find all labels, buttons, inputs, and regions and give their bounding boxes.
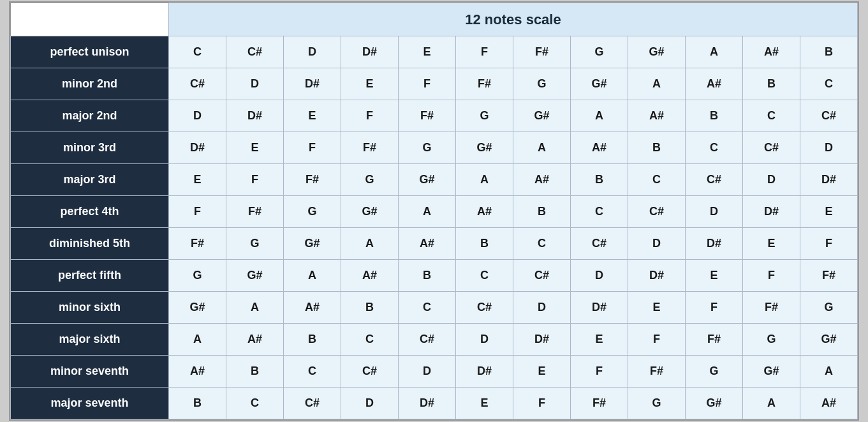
- note-cell: E: [341, 68, 399, 100]
- note-cell: D: [743, 164, 800, 196]
- note-cell: F#: [686, 324, 743, 356]
- table-body: perfect unisonCC#DD#EFF#GG#AA#Bminor 2nd…: [11, 36, 858, 419]
- note-cell: F#: [399, 100, 456, 132]
- note-cell: G#: [226, 260, 284, 292]
- note-cell: F: [571, 356, 628, 388]
- note-cell: F#: [628, 356, 686, 388]
- note-cell: F: [341, 100, 399, 132]
- note-cell: A: [800, 356, 858, 388]
- note-cell: D: [399, 356, 456, 388]
- note-cell: F: [743, 260, 800, 292]
- note-cell: F: [800, 228, 858, 260]
- note-cell: A#: [628, 100, 686, 132]
- interval-label: minor 2nd: [11, 68, 169, 100]
- note-cell: D#: [513, 324, 571, 356]
- note-cell: E: [628, 292, 686, 324]
- table-row: minor 2ndC#DD#EFF#GG#AA#BC: [11, 68, 858, 100]
- interval-label: major 2nd: [11, 100, 169, 132]
- note-cell: C: [341, 324, 399, 356]
- note-cell: E: [456, 388, 513, 419]
- note-cell: A#: [456, 196, 513, 228]
- note-cell: A#: [800, 388, 858, 419]
- table-row: perfect 4thFF#GG#AA#BCC#DD#E: [11, 196, 858, 228]
- note-cell: F#: [743, 292, 800, 324]
- note-cell: E: [226, 132, 284, 164]
- note-cell: C: [628, 164, 686, 196]
- note-cell: D: [686, 196, 743, 228]
- note-cell: F#: [226, 196, 284, 228]
- note-cell: G: [743, 324, 800, 356]
- note-cell: A: [743, 388, 800, 419]
- note-cell: E: [800, 196, 858, 228]
- note-cell: G: [399, 132, 456, 164]
- note-cell: D#: [628, 260, 686, 292]
- note-cell: D: [226, 68, 284, 100]
- note-cell: D#: [456, 356, 513, 388]
- note-cell: D#: [341, 36, 399, 68]
- note-cell: G: [456, 100, 513, 132]
- note-cell: A: [169, 324, 226, 356]
- note-cell: F#: [513, 36, 571, 68]
- interval-label: minor seventh: [11, 356, 169, 388]
- note-cell: D#: [169, 132, 226, 164]
- note-cell: A#: [743, 36, 800, 68]
- table-row: perfect fifthGG#AA#BCC#DD#EFF#: [11, 260, 858, 292]
- table-row: minor seventhA#BCC#DD#EFF#GG#A: [11, 356, 858, 388]
- note-cell: F: [456, 36, 513, 68]
- note-cell: C: [226, 388, 284, 419]
- note-cell: C#: [686, 164, 743, 196]
- note-cell: G: [571, 36, 628, 68]
- note-cell: E: [686, 260, 743, 292]
- note-cell: G: [800, 292, 858, 324]
- table-title: 12 notes scale: [169, 3, 858, 36]
- note-cell: D: [169, 100, 226, 132]
- note-cell: G#: [169, 292, 226, 324]
- interval-label: minor 3rd: [11, 132, 169, 164]
- note-cell: A#: [686, 68, 743, 100]
- note-cell: A#: [399, 228, 456, 260]
- note-cell: D#: [686, 228, 743, 260]
- note-cell: A: [284, 260, 341, 292]
- note-cell: D#: [743, 196, 800, 228]
- note-cell: D#: [399, 388, 456, 419]
- note-cell: C#: [284, 388, 341, 419]
- note-cell: D#: [226, 100, 284, 132]
- table-row: major 3rdEFF#GG#AA#BCC#DD#: [11, 164, 858, 196]
- note-cell: B: [284, 324, 341, 356]
- interval-label: minor sixth: [11, 292, 169, 324]
- note-cell: C: [169, 36, 226, 68]
- corner-cell: [11, 3, 169, 36]
- note-cell: G#: [341, 196, 399, 228]
- note-cell: A: [628, 68, 686, 100]
- note-cell: G#: [686, 388, 743, 419]
- note-cell: C#: [399, 324, 456, 356]
- note-cell: E: [399, 36, 456, 68]
- note-cell: F: [513, 388, 571, 419]
- note-cell: B: [800, 36, 858, 68]
- interval-label: perfect 4th: [11, 196, 169, 228]
- note-cell: G: [284, 196, 341, 228]
- interval-label: major 3rd: [11, 164, 169, 196]
- main-table-wrapper: 12 notes scale perfect unisonCC#DD#EFF#G…: [9, 1, 859, 421]
- note-cell: F: [628, 324, 686, 356]
- note-cell: D: [628, 228, 686, 260]
- note-cell: G#: [513, 100, 571, 132]
- note-cell: C#: [743, 132, 800, 164]
- note-cell: B: [399, 260, 456, 292]
- note-cell: C: [456, 260, 513, 292]
- interval-label: perfect unison: [11, 36, 169, 68]
- note-cell: F#: [456, 68, 513, 100]
- note-cell: A#: [513, 164, 571, 196]
- note-cell: C: [571, 196, 628, 228]
- note-cell: F: [686, 292, 743, 324]
- note-cell: D: [456, 324, 513, 356]
- note-cell: A: [399, 196, 456, 228]
- note-cell: D#: [284, 68, 341, 100]
- note-cell: D: [284, 36, 341, 68]
- interval-label: major seventh: [11, 388, 169, 419]
- note-cell: G: [686, 356, 743, 388]
- note-cell: F#: [571, 388, 628, 419]
- note-cell: A#: [169, 356, 226, 388]
- note-cell: D: [800, 132, 858, 164]
- note-cell: E: [743, 228, 800, 260]
